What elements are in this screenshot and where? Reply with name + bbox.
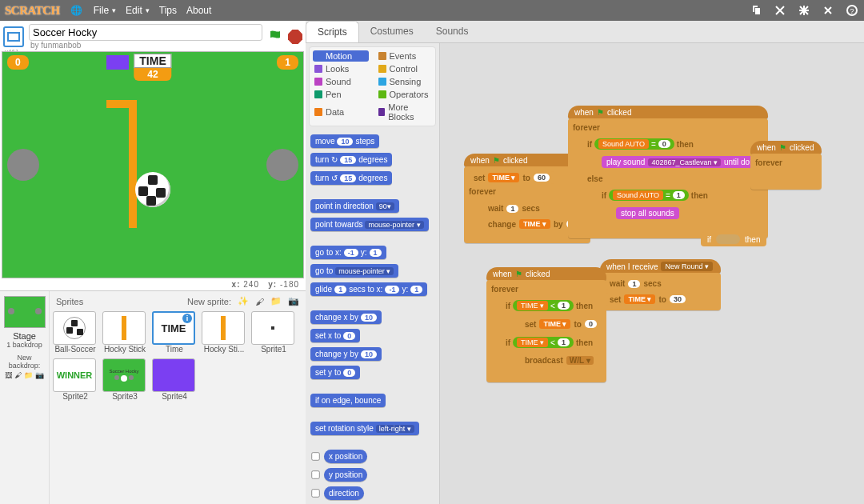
sprites-header: Sprites	[56, 297, 83, 306]
hockey-stick	[129, 100, 137, 228]
backdrop-paint-icon[interactable]: 🖌	[14, 371, 22, 379]
sprite-library-icon[interactable]: ✨	[238, 296, 249, 306]
globe-icon[interactable]: 🌐	[70, 3, 84, 18]
block-change-x[interactable]: change x by10	[310, 310, 382, 324]
sprite-item[interactable]: Sprite4	[152, 358, 197, 401]
project-title-input[interactable]	[29, 24, 262, 41]
block-turn-ccw[interactable]: turn↺15degrees	[310, 171, 392, 185]
sprite-camera-icon[interactable]: 📷	[288, 296, 299, 306]
menu-about[interactable]: About	[186, 5, 211, 16]
script-stack-newround[interactable]: when I receiveNew Round ▾ wait1secs setT…	[600, 259, 721, 310]
category-sensing[interactable]: Sensing	[377, 76, 433, 87]
sprite-label: Time	[152, 345, 197, 354]
green-flag-button[interactable]	[267, 29, 283, 45]
sprite-item[interactable]: Soccer Hocky Sprite3	[102, 358, 147, 401]
grow-icon[interactable]	[797, 3, 811, 18]
category-data[interactable]: Data	[313, 102, 369, 122]
block-move-steps[interactable]: move10steps	[310, 134, 379, 148]
new-backdrop-label: New backdrop:	[2, 354, 47, 370]
duplicate-icon[interactable]	[749, 3, 763, 18]
sprite-label: Sprite4	[152, 392, 197, 401]
sprite-item[interactable]: Sprite1	[251, 311, 296, 354]
svg-rect-2	[8, 33, 19, 41]
scratch-logo[interactable]: SCRATCH	[5, 4, 60, 18]
block-change-y[interactable]: change y by10	[310, 347, 382, 361]
sprite-upload-icon[interactable]: 📁	[270, 296, 282, 306]
menu-edit[interactable]: Edit	[126, 5, 150, 16]
sprite-paint-icon[interactable]: 🖌	[255, 297, 264, 306]
reporter-dir-checkbox[interactable]	[311, 489, 319, 497]
sprite-info-icon[interactable]: i	[182, 314, 192, 323]
stop-button[interactable]	[288, 30, 302, 44]
reporter-y-checkbox[interactable]	[311, 470, 319, 478]
category-grid: Motion Events Looks Control Sound Sensin…	[309, 46, 436, 126]
backdrop-upload-icon[interactable]: 📁	[24, 371, 33, 379]
category-motion[interactable]: Motion	[313, 50, 369, 62]
new-sprite-label: New sprite:	[187, 297, 231, 306]
stage-thumbnail[interactable]	[4, 296, 46, 328]
sprite-item[interactable]: Hocky Sti...	[202, 311, 246, 354]
category-control[interactable]: Control	[377, 63, 433, 74]
category-pen[interactable]: Pen	[313, 89, 369, 100]
green-flag-icon: ⚑	[493, 156, 500, 165]
menubar: SCRATCH 🌐 File Edit Tips About ?	[0, 0, 864, 21]
shrink-icon[interactable]	[821, 3, 835, 18]
block-set-y[interactable]: set y to0	[310, 366, 360, 379]
mouse-coords: x: 240 y: -180	[0, 278, 306, 290]
sprite-item[interactable]: Ball-Soccer	[53, 311, 98, 354]
category-looks[interactable]: Looks	[313, 63, 369, 74]
goal-left	[7, 149, 39, 181]
green-flag-icon: ⚑	[597, 108, 604, 117]
project-author: by funmanbob	[29, 41, 262, 50]
goal-right	[266, 149, 298, 181]
sprite-item[interactable]: WINNER Sprite2	[53, 358, 98, 401]
script-stack-sound[interactable]: when⚑clicked forever ifSound AUTO=0then …	[568, 106, 768, 238]
tab-scripts[interactable]: Scripts	[306, 21, 359, 42]
reporter-direction[interactable]: direction	[324, 486, 364, 500]
block-turn-cw[interactable]: turn↻15degrees	[310, 153, 392, 166]
svg-text:?: ?	[850, 7, 854, 15]
delete-icon[interactable]	[773, 3, 787, 18]
stage[interactable]: 0 1 TIME 42	[2, 51, 304, 278]
green-flag-icon: ⚑	[779, 143, 786, 152]
tab-sounds[interactable]: Sounds	[425, 21, 480, 42]
script-lone-if[interactable]: ifthen	[701, 232, 766, 246]
block-set-x[interactable]: set x to0	[310, 329, 360, 342]
sprite-item[interactable]: Hocky Stick	[102, 311, 147, 354]
category-operators[interactable]: Operators	[377, 89, 433, 100]
script-canvas[interactable]: when⚑clicked setTIME ▾to60 forever wait1…	[440, 43, 864, 504]
tabs: Scripts Costumes Sounds	[306, 21, 864, 43]
time-value: 42	[134, 68, 171, 81]
block-rotation-style[interactable]: set rotation styleleft-right ▾	[310, 422, 419, 435]
block-goto-xy[interactable]: go to x:-1y:1	[310, 246, 386, 259]
tab-costumes[interactable]: Costumes	[359, 21, 425, 42]
sprite-label: Sprite3	[102, 392, 147, 401]
block-point-towards[interactable]: point towardsmouse-pointer ▾	[310, 218, 429, 231]
presentation-mode-button[interactable]: v461	[3, 26, 24, 47]
script-stack-time-check[interactable]: when⚑clicked forever ifTIME ▾<1then setT…	[486, 267, 606, 382]
block-palette: Motion Events Looks Control Sound Sensin…	[306, 43, 440, 504]
block-bounce[interactable]: if on edge, bounce	[310, 394, 386, 407]
reporter-x-position[interactable]: x position	[324, 450, 367, 463]
sprite-grid: Ball-Soccer Hocky Stick i TIME Time	[53, 311, 302, 401]
menu-file[interactable]: File	[94, 5, 116, 16]
stage-column[interactable]: Stage 1 backdrop New backdrop: 🖼 🖌 📁 📷	[0, 291, 50, 504]
reporter-x-checkbox[interactable]	[311, 452, 319, 460]
backdrop-library-icon[interactable]: 🖼	[5, 371, 12, 379]
block-glide[interactable]: glide1secs to x:-1y:1	[310, 282, 427, 296]
green-flag-icon: ⚑	[515, 270, 522, 278]
block-goto[interactable]: go tomouse-pointer ▾	[310, 264, 398, 278]
score-left: 0	[7, 55, 29, 70]
sprite-item-selected[interactable]: i TIME Time	[152, 311, 197, 354]
script-stack-empty-forever[interactable]: when⚑clicked forever	[750, 141, 822, 190]
help-icon[interactable]: ?	[845, 3, 859, 18]
category-events[interactable]: Events	[377, 50, 433, 62]
reporter-y-position[interactable]: y position	[324, 468, 367, 482]
backdrop-camera-icon[interactable]: 📷	[35, 371, 44, 379]
sprite-label: Sprite2	[53, 392, 98, 401]
menu-tips[interactable]: Tips	[159, 5, 177, 16]
category-sound[interactable]: Sound	[313, 76, 369, 87]
block-point-direction[interactable]: point in direction90▾	[310, 199, 399, 213]
sprite-label: Ball-Soccer	[53, 345, 98, 354]
category-more[interactable]: More Blocks	[377, 102, 433, 122]
